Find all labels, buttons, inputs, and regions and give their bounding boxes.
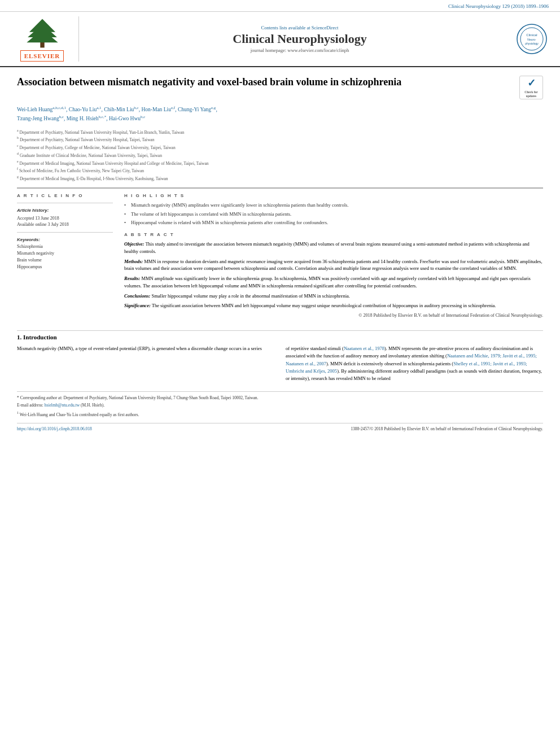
footnotes-block: * Corresponding author at: Department of…	[17, 391, 543, 417]
abstract-header: A B S T R A C T	[124, 232, 543, 237]
accepted-date: Accepted 13 June 2018	[17, 215, 113, 221]
keywords-label: Keywords:	[17, 237, 113, 242]
svg-text:physiology: physiology	[525, 42, 539, 45]
article-title-row: Association between mismatch negativity …	[17, 76, 543, 99]
check-label: Check forupdates	[524, 90, 537, 98]
affil-a: a Department of Psychiatry, National Tai…	[17, 128, 543, 136]
journal-center-info: Contents lists available at ScienceDirec…	[85, 25, 515, 53]
header-divider	[17, 187, 543, 189]
intro-para-right: of repetitive standard stimuli (Naatanen…	[286, 345, 543, 382]
introduction-section: 1. Introduction Mismatch negativity (MMN…	[17, 330, 543, 386]
highlights-section: H I G H L I G H T S Mismatch negativity …	[124, 193, 543, 226]
author-hai-gwo: Hai-Gwo Hwu	[109, 116, 141, 122]
abstract-significance: Significance: The significant associatio…	[124, 302, 543, 309]
author-chao-yu: Chao-Yu Liu	[69, 107, 97, 112]
article-info-header: A R T I C L E I N F O	[17, 193, 113, 198]
info-highlights-section: A R T I C L E I N F O Article history: A…	[17, 193, 543, 322]
affil-g: g Department of Medical Imaging, E-Da Ho…	[17, 174, 543, 182]
journal-main-title: Clinical Neurophysiology	[85, 32, 515, 46]
journal-header: ELSEVIER Contents lists available at Sci…	[0, 12, 560, 67]
intro-right-col: of repetitive standard stimuli (Naatanen…	[286, 345, 543, 386]
elsevier-label-box: ELSEVIER	[20, 50, 64, 62]
highlight-item-1: Mismatch negativity (MMN) amplitudes wer…	[124, 202, 543, 209]
main-content: Association between mismatch negativity …	[0, 67, 560, 440]
abstract-results: Results: MMN amplitude was significantly…	[124, 275, 543, 290]
conclusions-label: Conclusions:	[124, 293, 150, 299]
sciencedirect-link-text[interactable]: ScienceDirect	[312, 25, 339, 30]
intro-para-left: Mismatch negativity (MMN), a type of eve…	[17, 345, 274, 352]
sciencedirect-info: Contents lists available at ScienceDirec…	[85, 25, 515, 30]
abstract-objective: Objective: This study aimed to investiga…	[124, 241, 543, 255]
check-icon: ✓	[527, 77, 536, 90]
intro-left-col: Mismatch negativity (MMN), a type of eve…	[17, 345, 274, 386]
available-date: Available online 3 July 2018	[17, 221, 113, 228]
highlights-list: Mismatch negativity (MMN) amplitudes wer…	[124, 202, 543, 226]
intro-title: 1. Introduction	[17, 334, 543, 340]
objective-label: Objective:	[124, 241, 144, 247]
affil-b: b Department of Psychiatry, National Tai…	[17, 136, 543, 143]
authors-line: Wei-Lieh Huanga,b,c,d,1, Chao-Yu Liua,1,…	[17, 105, 543, 124]
intro-two-col: Mismatch negativity (MMN), a type of eve…	[17, 345, 543, 386]
highlights-abstract-col: H I G H L I G H T S Mismatch negativity …	[124, 193, 543, 322]
significance-label: Significance:	[124, 303, 151, 308]
article-info-col: A R T I C L E I N F O Article history: A…	[17, 193, 113, 322]
footnote-equal-contrib: 1 Wei-Lieh Huang and Chao-Yu Liu contrib…	[17, 410, 543, 418]
author-wei-lieh: Wei-Lieh Huang	[17, 107, 53, 112]
elsevier-logo-area: ELSEVIER	[11, 16, 79, 62]
author-chih-min: Chih-Min Liu	[104, 107, 134, 112]
highlights-header: H I G H L I G H T S	[124, 193, 543, 198]
abstract-body: Objective: This study aimed to investiga…	[124, 241, 543, 319]
author-hon-man: Hon-Man Liu	[141, 107, 171, 112]
journal-logo-icon: Clinical Neuro- physiology	[517, 24, 548, 55]
methods-label: Methods:	[124, 259, 143, 264]
journal-right-logo: Clinical Neuro- physiology	[515, 22, 549, 56]
author-tzung-jeng: Tzung-Jeng Hwang	[17, 116, 59, 122]
affil-e: e Department of Medical Imaging, Nationa…	[17, 159, 543, 167]
abstract-methods: Methods: MMN in response to duration dev…	[124, 258, 543, 273]
check-for-updates-badge: ✓ Check forupdates	[519, 76, 543, 99]
page-footer: https://doi.org/10.1016/j.clinph.2018.06…	[17, 423, 543, 431]
affil-d: d Graduate Institute of Clinical Medicin…	[17, 151, 543, 159]
highlight-item-3: Hippocampal volume is related with MMN i…	[124, 219, 543, 226]
abstract-conclusions: Conclusions: Smaller hippocampal volume …	[124, 292, 543, 300]
affiliations-block: a Department of Psychiatry, National Tai…	[17, 128, 543, 182]
elsevier-tree-icon	[20, 16, 65, 50]
keyword-schizophrenia: Schizophrenia	[17, 243, 113, 250]
abstract-copyright: © 2018 Published by Elsevier B.V. on beh…	[124, 312, 543, 319]
keyword-brain-volume: Brain volume	[17, 257, 113, 264]
author-chung-yi: Chung-Yi Yang	[178, 107, 211, 112]
elsevier-brand: ELSEVIER	[24, 53, 60, 59]
history-label: Article history:	[17, 208, 113, 213]
footnote-email: E-mail address: hsielmh@ntu.edu.tw (M.H.…	[17, 402, 543, 408]
issn-info: 1388-2457/© 2018 Published by Elsevier B…	[351, 426, 543, 431]
article-title-text: Association between mismatch negativity …	[17, 76, 519, 89]
keyword-mmn: Mismatch negativity	[17, 250, 113, 257]
svg-text:Neuro-: Neuro-	[527, 38, 536, 41]
journal-homepage-url: journal homepage: www.elsevier.com/locat…	[85, 47, 515, 53]
results-label: Results:	[124, 276, 140, 281]
abstract-section: A B S T R A C T Objective: This study ai…	[124, 232, 543, 319]
doi-link[interactable]: https://doi.org/10.1016/j.clinph.2018.06…	[17, 426, 92, 431]
footnote-corresponding: * Corresponding author at: Department of…	[17, 395, 543, 401]
page: Clinical Neurophysiology 129 (2018) 1899…	[0, 0, 560, 747]
footnote-email-link[interactable]: hsielmh@ntu.edu.tw	[45, 403, 80, 408]
top-journal-bar: Clinical Neurophysiology 129 (2018) 1899…	[0, 0, 560, 12]
svg-text:Clinical: Clinical	[526, 33, 537, 37]
affil-f: f School of Medicine, Fu Jen Catholic Un…	[17, 167, 543, 174]
journal-citation: Clinical Neurophysiology 129 (2018) 1899…	[448, 3, 549, 9]
ref-naatanen-1978[interactable]: Naatanen et al., 1978	[344, 346, 384, 351]
keyword-hippocampus: Hippocampus	[17, 264, 113, 270]
highlight-item-2: The volume of left hippocampus is correl…	[124, 211, 543, 218]
affil-c: c Department of Psychiatry, College of M…	[17, 143, 543, 151]
author-ming-h: Ming H. Hsieh	[67, 116, 99, 122]
